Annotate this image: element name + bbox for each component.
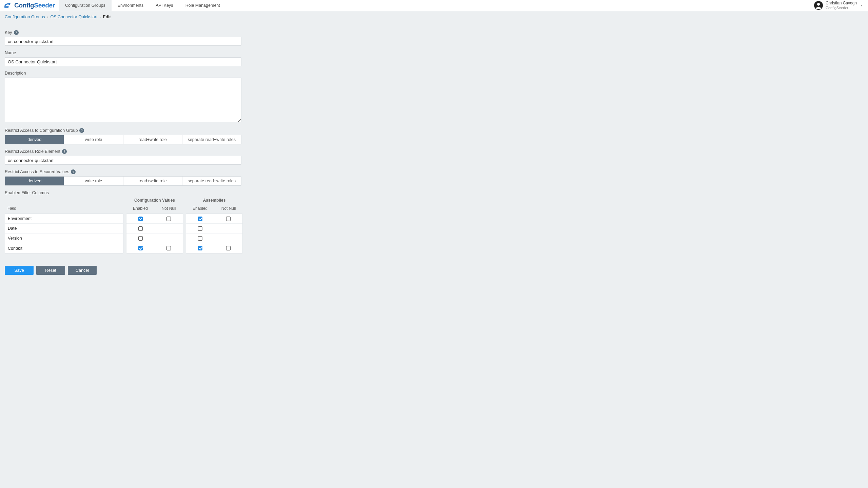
action-bar: Save Reset Cancel: [5, 266, 260, 275]
help-icon[interactable]: ?: [79, 128, 84, 133]
logo-text: ConfigSeeder: [14, 2, 55, 9]
avatar-icon: [814, 1, 823, 10]
nav-item-role-management[interactable]: Role Management: [179, 0, 226, 11]
field-column-header: Field: [5, 206, 123, 214]
filter-row: [186, 233, 242, 243]
segment-separate-read-write-roles[interactable]: separate read+write roles: [182, 135, 241, 144]
filter-row: [186, 243, 242, 253]
checkbox[interactable]: [198, 217, 202, 221]
checkbox[interactable]: [138, 226, 143, 231]
segment-read-write-role[interactable]: read+write role: [123, 177, 182, 185]
role-element-input[interactable]: [5, 156, 241, 165]
field-name: Version: [5, 236, 22, 241]
filter-row: Date: [5, 224, 123, 233]
restrict-secured-segmented: derivedwrite roleread+write roleseparate…: [5, 176, 241, 186]
svg-point-0: [4, 6, 9, 8]
chevron-down-icon: ▾: [860, 4, 863, 7]
field-name: Date: [5, 226, 17, 231]
checkbox[interactable]: [226, 246, 231, 250]
description-input[interactable]: [5, 78, 241, 122]
filter-grid: Field EnvironmentDateVersionContext Conf…: [5, 198, 260, 253]
filter-row: [126, 243, 183, 253]
filter-row: [126, 214, 183, 224]
cancel-button[interactable]: Cancel: [68, 266, 97, 275]
enabled-header: Enabled: [186, 206, 214, 214]
field-name: Context: [5, 246, 22, 251]
save-button[interactable]: Save: [5, 266, 34, 275]
key-input[interactable]: [5, 37, 241, 46]
filter-row: Version: [5, 233, 123, 243]
user-name: Christian Cavegn: [826, 1, 857, 5]
segment-read-write-role[interactable]: read+write role: [123, 135, 182, 144]
checkbox[interactable]: [138, 217, 143, 221]
filter-row: Environment: [5, 214, 123, 224]
svg-point-1: [9, 3, 11, 4]
checkbox[interactable]: [166, 246, 171, 250]
user-menu[interactable]: Christian Cavegn ConfigSeeder ▾: [814, 0, 868, 11]
segment-separate-read-write-roles[interactable]: separate read+write roles: [182, 177, 241, 185]
role-element-label: Restrict Access Role Element ?: [5, 149, 260, 154]
breadcrumb: Configuration Groups›OS Connector Quicks…: [0, 11, 868, 22]
checkbox[interactable]: [138, 246, 143, 250]
checkbox[interactable]: [166, 217, 171, 221]
name-input[interactable]: [5, 57, 241, 66]
breadcrumb-link[interactable]: OS Connector Quickstart: [51, 15, 98, 19]
checkbox[interactable]: [198, 236, 202, 241]
nav-item-api-keys[interactable]: API Keys: [150, 0, 179, 11]
description-label: Description: [5, 71, 260, 76]
breadcrumb-link[interactable]: Configuration Groups: [5, 15, 45, 19]
checkbox[interactable]: [226, 217, 231, 221]
user-org: ConfigSeeder: [826, 6, 857, 10]
name-label: Name: [5, 50, 260, 55]
notnull-header: Not Null: [155, 206, 183, 214]
filter-row: [126, 233, 183, 243]
checkbox[interactable]: [138, 236, 143, 241]
restrict-secured-label: Restrict Access to Secured Values ?: [5, 169, 260, 174]
notnull-header: Not Null: [214, 206, 243, 214]
reset-button[interactable]: Reset: [36, 266, 65, 275]
segment-write-role[interactable]: write role: [64, 135, 123, 144]
key-label: Key ?: [5, 30, 260, 35]
filter-row: [186, 224, 242, 233]
checkbox[interactable]: [198, 226, 202, 231]
assemblies-header: Assemblies: [186, 198, 243, 206]
checkbox[interactable]: [198, 246, 202, 250]
main-nav: Configuration GroupsEnvironmentsAPI Keys…: [59, 0, 226, 11]
help-icon[interactable]: ?: [62, 149, 67, 154]
enabled-header: Enabled: [126, 206, 155, 214]
logo[interactable]: ConfigSeeder: [0, 0, 59, 11]
logo-icon: [3, 2, 12, 9]
filter-row: [126, 224, 183, 233]
field-name: Environment: [5, 216, 32, 221]
chevron-right-icon: ›: [45, 15, 51, 19]
svg-point-2: [817, 3, 820, 6]
help-icon[interactable]: ?: [14, 30, 19, 35]
help-icon[interactable]: ?: [71, 169, 76, 174]
filter-columns-label: Enabled Filter Columns: [5, 190, 260, 195]
topbar: ConfigSeeder Configuration GroupsEnviron…: [0, 0, 868, 11]
filter-row: Context: [5, 243, 123, 253]
segment-write-role[interactable]: write role: [64, 177, 123, 185]
nav-item-environments[interactable]: Environments: [112, 0, 150, 11]
restrict-group-label: Restrict Access to Configuration Group ?: [5, 128, 260, 133]
config-values-header: Configuration Values: [126, 198, 183, 206]
segment-derived[interactable]: derived: [5, 135, 64, 144]
filter-row: [186, 214, 242, 224]
segment-derived[interactable]: derived: [5, 177, 64, 185]
content: Key ? Name Description Restrict Access t…: [0, 22, 264, 280]
breadcrumb-current: Edit: [103, 15, 111, 19]
chevron-right-icon: ›: [97, 15, 103, 19]
nav-item-configuration-groups[interactable]: Configuration Groups: [59, 0, 112, 11]
restrict-group-segmented: derivedwrite roleread+write roleseparate…: [5, 135, 241, 144]
